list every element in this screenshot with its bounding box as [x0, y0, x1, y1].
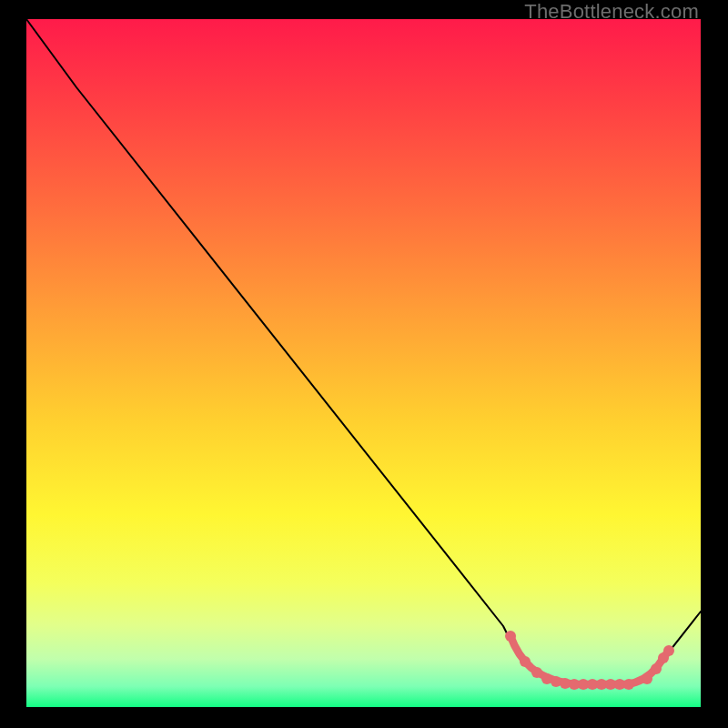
- curve-dot: [505, 631, 516, 642]
- bottleneck-curve: [26, 19, 701, 707]
- curve-path: [26, 19, 701, 684]
- curve-dot: [520, 656, 531, 667]
- curve-dot: [623, 679, 634, 690]
- curve-dot: [663, 645, 674, 656]
- curve-dot: [531, 667, 542, 678]
- curve-dot: [551, 676, 561, 687]
- curve-dot: [651, 663, 662, 674]
- curve-dot: [642, 673, 652, 684]
